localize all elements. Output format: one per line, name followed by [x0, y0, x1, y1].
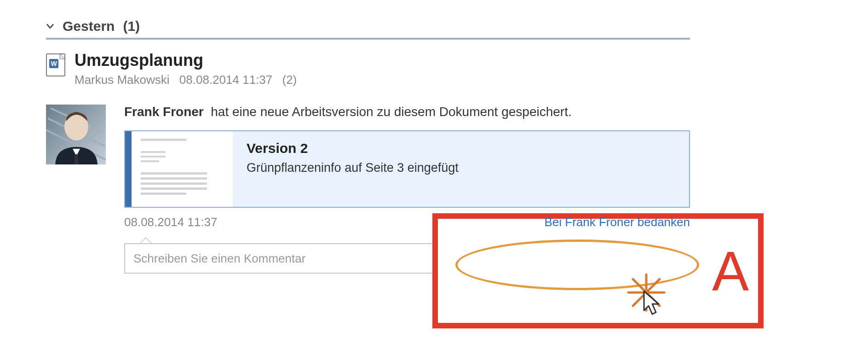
comment-tail-icon	[140, 237, 152, 243]
entry-count: (2)	[282, 73, 297, 87]
svg-line-15	[646, 279, 660, 292]
svg-text:W: W	[51, 60, 57, 67]
version-stripe	[125, 131, 132, 207]
comment-input[interactable]	[124, 243, 690, 274]
click-burst-icon	[626, 272, 667, 313]
svg-line-17	[646, 292, 660, 306]
svg-line-14	[633, 279, 646, 292]
avatar	[46, 105, 106, 164]
activity-action: hat eine neue Arbeitsversion zu diesem D…	[211, 105, 571, 119]
comment-box	[124, 243, 690, 274]
activity-timestamp: 08.08.2014 11:37	[124, 215, 217, 229]
entry-header: W Umzugsplanung Markus Makowski 08.08.20…	[46, 51, 690, 87]
entry-timestamp: 08.08.2014 11:37	[179, 73, 272, 87]
word-document-icon: W	[46, 53, 65, 76]
thank-link[interactable]: Bei Frank Froner bedanken	[544, 215, 690, 229]
document-thumbnail	[132, 131, 233, 207]
entry-author: Markus Makowski	[75, 73, 170, 87]
svg-line-16	[633, 292, 646, 306]
activity-text: Frank Froner hat eine neue Arbeitsversio…	[124, 105, 690, 119]
chevron-down-icon	[46, 22, 54, 30]
version-description: Grünpflanzeninfo auf Seite 3 eingefügt	[247, 161, 459, 175]
svg-marker-18	[644, 291, 659, 314]
entry-meta: Markus Makowski 08.08.2014 11:37 (2)	[75, 73, 303, 87]
group-label: Gestern	[63, 18, 115, 34]
group-count: (1)	[123, 18, 140, 34]
annotation-label: A	[712, 243, 749, 298]
entry-title[interactable]: Umzugsplanung	[75, 51, 303, 70]
version-card[interactable]: Version 2 Grünpflanzeninfo auf Seite 3 e…	[124, 130, 690, 208]
version-title: Version 2	[247, 140, 459, 156]
activity-actor: Frank Froner	[124, 105, 204, 119]
group-header[interactable]: Gestern (1)	[46, 18, 690, 40]
cursor-icon	[643, 290, 663, 316]
activity-row: Frank Froner hat eine neue Arbeitsversio…	[46, 105, 690, 274]
svg-rect-9	[75, 154, 78, 164]
